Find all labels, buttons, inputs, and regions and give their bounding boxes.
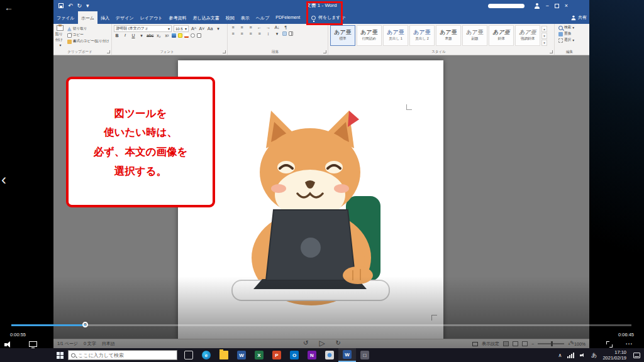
change-case-button[interactable]: Aa [207, 26, 213, 31]
more-options-icon[interactable]: … [625, 337, 633, 346]
network-signal-icon[interactable] [567, 353, 574, 358]
font-dialog-launcher[interactable] [223, 50, 226, 53]
volume-icon[interactable] [4, 341, 14, 348]
page-indicator[interactable]: 1/1 ページ [57, 341, 78, 347]
font-size-combo[interactable]: 10.5▾ [174, 25, 189, 32]
select-button[interactable]: 選択▾ [558, 38, 587, 43]
font-name-combo[interactable]: 游明朝 (本文のフォ▾ [114, 25, 172, 32]
style-normal[interactable]: あア亜標準 [330, 25, 355, 46]
style-intense-italic[interactable]: あア亜強調斜体 [515, 25, 540, 46]
text-effects-icon[interactable] [172, 33, 176, 38]
undo-icon[interactable]: ↶ [68, 3, 73, 9]
word-taskbar-button[interactable]: W [233, 348, 250, 362]
styles-dialog-launcher[interactable] [550, 50, 553, 53]
taskbar-clock[interactable]: 17:10 2021/02/19 [602, 349, 626, 361]
borders-icon[interactable] [289, 31, 293, 36]
copy-button[interactable]: コピー [67, 33, 109, 38]
fullscreen-icon[interactable] [606, 341, 613, 348]
display-settings-button[interactable]: 表示設定 [482, 341, 499, 347]
seek-bar[interactable] [11, 324, 631, 326]
print-layout-button[interactable] [513, 341, 518, 346]
tab-layout[interactable]: レイアウト [137, 11, 166, 24]
font-color-icon[interactable] [184, 33, 189, 38]
word-count[interactable]: 0 文字 [84, 341, 96, 347]
styles-scroll-up-icon[interactable]: ▴ [541, 26, 547, 32]
file-explorer-button[interactable] [215, 348, 233, 362]
screen-display-icon[interactable] [29, 341, 37, 347]
chrome-taskbar-button[interactable] [321, 348, 338, 362]
tab-home[interactable]: ホーム [78, 11, 97, 24]
italic-button[interactable]: I [122, 33, 128, 38]
action-center-icon[interactable] [633, 353, 640, 358]
bullets-button[interactable]: ≡ [230, 25, 236, 30]
outlook-taskbar-button[interactable]: O [286, 348, 303, 362]
style-italic[interactable]: あア亜斜体 [489, 25, 514, 46]
zoom-out-button[interactable]: − [531, 342, 534, 346]
zoom-slider[interactable] [538, 343, 564, 344]
tab-mailings[interactable]: 差し込み文書 [189, 11, 222, 24]
start-button[interactable] [53, 348, 67, 362]
style-subtitle[interactable]: あア亜副題 [462, 25, 487, 46]
line-spacing-button[interactable]: ↕ [265, 31, 272, 36]
shading-icon[interactable] [282, 31, 287, 36]
shrink-font-button[interactable]: A˅ [199, 26, 205, 31]
ime-indicator[interactable]: あ [591, 351, 597, 359]
rewind-icon[interactable]: ↺ [303, 340, 308, 346]
increase-indent-button[interactable]: → [265, 25, 272, 30]
paste-button[interactable]: 貼り付け ▾ [55, 25, 65, 47]
zoom-slider-thumb[interactable] [551, 341, 553, 346]
enclose-characters-icon[interactable] [197, 33, 201, 38]
style-no-spacing[interactable]: あア亜行間詰め [357, 25, 382, 46]
read-mode-button[interactable] [503, 341, 509, 346]
styles-gallery-more-icon[interactable]: ▾ [541, 40, 547, 46]
account-icon[interactable] [534, 3, 540, 9]
tab-view[interactable]: 表示 [238, 11, 253, 24]
zoom-percentage[interactable]: 100% [574, 342, 586, 346]
underline-caret-icon[interactable]: ▾ [138, 33, 145, 38]
clipboard-dialog-launcher[interactable] [107, 50, 110, 53]
tab-pdfelement[interactable]: PDFelement [272, 11, 303, 24]
find-button[interactable]: 検索▾ [558, 25, 587, 30]
format-painter-button[interactable]: 書式のコピー/貼り付け [67, 39, 109, 44]
show-paragraph-marks-button[interactable]: ¶ [282, 25, 289, 30]
justify-button[interactable]: ≡ [256, 31, 263, 36]
tray-volume-icon[interactable] [580, 353, 586, 358]
sort-button[interactable]: A↓ [274, 25, 280, 30]
player-volume-slider[interactable] [488, 4, 525, 8]
share-button[interactable]: 共有 [570, 11, 587, 24]
tab-help[interactable]: ヘルプ [253, 11, 273, 24]
multilevel-list-button[interactable]: ≡ [247, 25, 254, 30]
tab-review[interactable]: 校閲 [223, 11, 238, 24]
generic-app-button[interactable]: □ [356, 348, 374, 362]
case-caret-icon[interactable]: ▾ [215, 26, 221, 31]
word-active-taskbar-button[interactable]: W [338, 348, 356, 362]
document-page[interactable] [178, 60, 443, 339]
tray-chevron-icon[interactable]: ∧ [558, 353, 562, 358]
tab-references[interactable]: 参考資料 [165, 11, 189, 24]
replace-button[interactable]: 置換 [558, 31, 587, 36]
spacing-caret-icon[interactable]: ▾ [274, 31, 280, 36]
minimize-button[interactable]: − [545, 3, 548, 9]
save-icon[interactable] [58, 3, 64, 8]
grow-font-button[interactable]: A^ [191, 26, 197, 31]
superscript-button[interactable]: x² [164, 33, 170, 38]
powerpoint-taskbar-button[interactable]: P [268, 348, 286, 362]
align-left-button[interactable]: ≡ [230, 31, 236, 36]
taskbar-search-input[interactable] [78, 353, 174, 358]
strikethrough-button[interactable]: abc [147, 33, 153, 38]
redo-icon[interactable]: ↻ [77, 3, 82, 9]
style-heading2[interactable]: あア亜見出し 2 [409, 25, 435, 46]
dog-laptop-image[interactable] [223, 102, 399, 309]
web-layout-button[interactable] [522, 341, 528, 346]
numbering-button[interactable]: ≡ [238, 25, 245, 30]
style-heading1[interactable]: あア亜見出し 1 [383, 25, 408, 46]
decrease-indent-button[interactable]: ← [256, 25, 263, 30]
onenote-taskbar-button[interactable]: N [303, 348, 321, 362]
qat-caret-icon[interactable]: ▾ [86, 3, 89, 9]
close-button[interactable]: × [565, 3, 568, 9]
underline-button[interactable]: U [130, 33, 136, 38]
edge-button[interactable]: e [197, 348, 215, 362]
styles-scroll-down-icon[interactable]: ▾ [541, 33, 547, 39]
subscript-button[interactable]: x₂ [155, 33, 162, 38]
draw-tool-icon[interactable]: ✎ [570, 340, 575, 346]
